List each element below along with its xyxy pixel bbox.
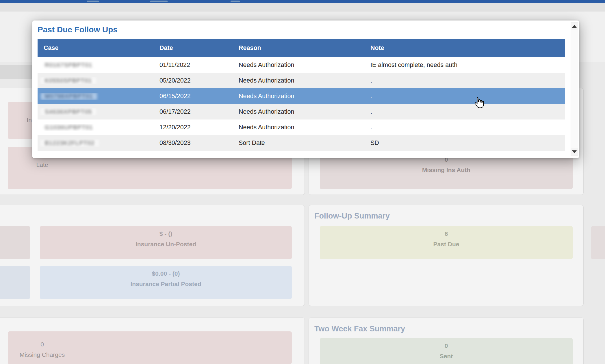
- card-stub-left-1: [0, 226, 30, 259]
- table-row-selected[interactable]: M0798XPBPT01 06/15/2022 Needs Authorizat…: [38, 88, 565, 104]
- case-id-blurred: B1223K2FLPT02: [41, 139, 99, 147]
- date-cell: 06/15/2022: [153, 93, 233, 100]
- two-week-fax-heading: Two Week Fax Summary: [314, 324, 405, 333]
- reason-cell: Sort Date: [233, 139, 364, 147]
- scroll-up-button[interactable]: [571, 23, 578, 30]
- reason-cell: Needs Authorization: [233, 61, 364, 69]
- table-row[interactable]: S4636XPBPT05 06/17/2022 Needs Authorizat…: [38, 104, 565, 120]
- modal-scrollbar[interactable]: [571, 22, 578, 156]
- card-value: 0: [15, 339, 70, 350]
- card-value: $ - (): [40, 228, 292, 239]
- card-value: 6: [320, 228, 573, 239]
- card-label: Sent: [320, 351, 573, 361]
- scroll-down-button[interactable]: [571, 148, 578, 156]
- card-insurance-partial-posted: $0.00 - (0) Insurance Partial Posted: [40, 266, 292, 299]
- case-id-blurred: R0167SPBPT01: [41, 61, 96, 69]
- case-cell: S4636XPBPT05: [38, 108, 153, 115]
- card-sent: 0 Sent: [320, 338, 573, 364]
- card-value: 0: [320, 340, 573, 351]
- card-stub-right: [591, 226, 605, 259]
- scroll-up-icon: [572, 25, 577, 28]
- reason-cell: Needs Authorization: [233, 124, 364, 131]
- card-stub-left-2: [0, 266, 30, 299]
- note-cell: .: [364, 124, 565, 131]
- hand-cursor-icon: [473, 96, 485, 110]
- card-label: Insurance Partial Posted: [40, 279, 292, 289]
- column-header-note: Note: [364, 44, 565, 52]
- table-header-row: Case Date Reason Note: [38, 39, 565, 57]
- column-header-case: Case: [38, 44, 153, 52]
- reason-cell: Needs Authorization: [233, 77, 364, 84]
- top-bar-fragment: [150, 1, 168, 2]
- case-id-blurred: K0550SPBPT01: [41, 77, 96, 84]
- past-due-follow-ups-dialog: Past Due Follow Ups Case Date Reason Not…: [32, 20, 579, 158]
- note-cell: .: [364, 108, 565, 115]
- column-header-reason: Reason: [233, 44, 364, 52]
- card-label: Insurance Un-Posted: [40, 239, 292, 249]
- card-missing-charges: 0 Missing Charges: [8, 331, 292, 364]
- table-row[interactable]: R0167SPBPT01 01/11/2022 Needs Authorizat…: [38, 57, 565, 73]
- case-cell: K0550SPBPT01: [38, 77, 153, 84]
- reason-cell: Needs Authorization: [233, 108, 364, 115]
- note-cell: .: [364, 77, 565, 84]
- card-value: $0.00 - (0): [40, 268, 292, 279]
- case-id-blurred: G1036UPBPT01: [41, 124, 97, 131]
- table-row[interactable]: K0550SPBPT01 05/20/2022 Needs Authorizat…: [38, 73, 565, 88]
- card-label: Missing Ins Auth: [320, 165, 573, 175]
- note-cell: SD: [364, 139, 565, 147]
- dialog-title: Past Due Follow Ups: [38, 25, 118, 34]
- date-cell: 12/20/2022: [153, 124, 233, 131]
- note-cell: IE almost complete, needs auth: [364, 61, 565, 69]
- browser-top-bar: [0, 0, 605, 3]
- followups-table: Case Date Reason Note R0167SPBPT01 01/11…: [38, 39, 565, 151]
- case-id-blurred: M0798XPBPT01: [41, 93, 97, 100]
- column-header-date: Date: [153, 44, 233, 52]
- table-row[interactable]: G1036UPBPT01 12/20/2022 Needs Authorizat…: [38, 120, 565, 135]
- date-cell: 06/17/2022: [153, 108, 233, 115]
- note-cell: .: [364, 93, 565, 100]
- card-label: Late: [15, 160, 70, 170]
- followup-summary-heading: Follow-Up Summary: [314, 212, 390, 221]
- screen: In Progress Late 0 Missing Ins Auth $ - …: [0, 0, 605, 364]
- case-cell: R0167SPBPT01: [38, 61, 153, 69]
- top-bar-fragment: [231, 1, 240, 2]
- date-cell: 08/30/2023: [153, 139, 233, 147]
- case-id-blurred: S4636XPBPT05: [41, 108, 96, 115]
- card-label: Past Due: [320, 239, 573, 249]
- card-label: Missing Charges: [15, 350, 70, 360]
- card-insurance-unposted: $ - () Insurance Un-Posted: [40, 226, 292, 259]
- card-past-due: 6 Past Due: [320, 226, 573, 259]
- case-cell: M0798XPBPT01: [38, 93, 153, 100]
- table-row[interactable]: B1223K2FLPT02 08/30/2023 Sort Date SD: [38, 135, 565, 151]
- date-cell: 01/11/2022: [153, 61, 233, 69]
- date-cell: 05/20/2022: [153, 77, 233, 84]
- case-cell: G1036UPBPT01: [38, 124, 153, 131]
- case-cell: B1223K2FLPT02: [38, 139, 153, 147]
- scroll-down-icon: [572, 150, 577, 153]
- toolbar-band: [0, 3, 605, 12]
- reason-cell: Needs Authorization: [233, 93, 364, 100]
- top-bar-fragment: [87, 1, 99, 2]
